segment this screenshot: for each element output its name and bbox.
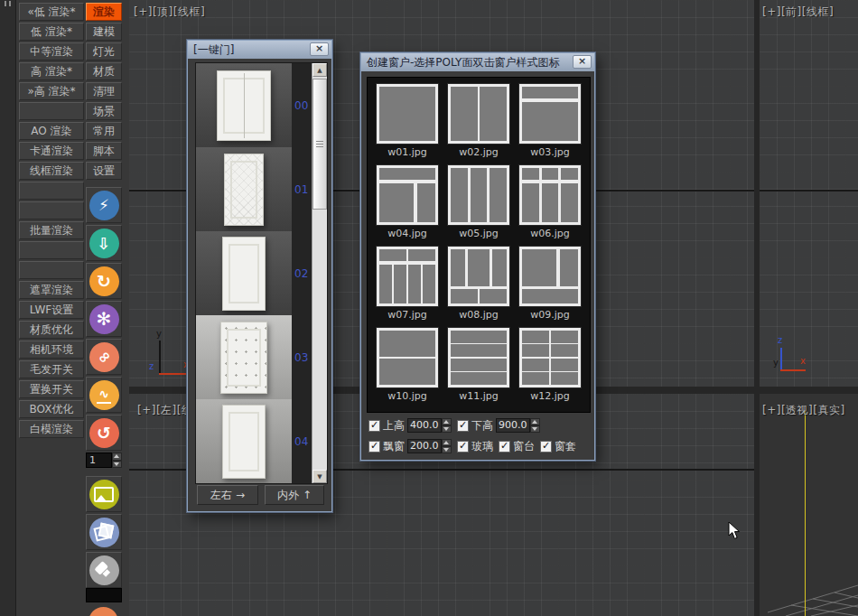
sidebar-tab[interactable]: 常用	[86, 122, 122, 140]
spinner-up-icon[interactable]	[442, 418, 452, 425]
scroll-up-icon[interactable]	[312, 63, 327, 77]
window-style-thumbnail[interactable]	[519, 328, 581, 387]
dock-grip[interactable]	[9, 1, 11, 6]
spinner-up-icon[interactable]	[530, 418, 540, 425]
door-list-item[interactable]: 00	[196, 63, 312, 147]
render-button[interactable]: 高 渲染*	[19, 62, 84, 80]
render-button[interactable]: 材质优化	[19, 321, 84, 339]
dialog-titlebar[interactable]: 创建窗户-选择POLY面双击窗户样式图标	[361, 53, 594, 71]
door-list-item[interactable]: 02	[196, 231, 312, 315]
checkbox[interactable]	[368, 420, 380, 432]
viewport-front[interactable]	[760, 0, 858, 387]
spinner-down-icon[interactable]	[442, 446, 452, 453]
value-spinner[interactable]: 400.0	[407, 418, 452, 433]
spinner-arrows[interactable]	[112, 453, 122, 468]
viewport-label-perspective[interactable]: [+][透视][真实]	[762, 403, 845, 418]
window-style-thumbnail[interactable]	[448, 84, 509, 144]
sync-button[interactable]	[86, 263, 122, 299]
window-style-thumbnail[interactable]	[519, 247, 581, 306]
door-thumbnail[interactable]	[196, 231, 292, 315]
render-button[interactable]: 批量渲染	[19, 221, 84, 239]
value-spinner[interactable]: 900.0	[496, 418, 540, 433]
checkbox[interactable]	[368, 441, 380, 453]
door-thumbnail[interactable]	[196, 147, 292, 231]
window-style-item[interactable]: w09.jpg	[518, 247, 583, 321]
reload-button[interactable]	[86, 415, 122, 451]
door-list-item[interactable]: 01	[196, 147, 312, 231]
spinner-up-icon[interactable]	[442, 439, 452, 446]
window-style-thumbnail[interactable]	[519, 165, 581, 225]
close-icon[interactable]	[573, 55, 592, 69]
render-button-empty[interactable]	[19, 201, 84, 219]
window-style-item[interactable]: w05.jpg	[446, 165, 511, 239]
sidebar-tab[interactable]: 灯光	[86, 42, 122, 61]
render-button[interactable]: 相机环境	[19, 341, 84, 359]
image-button[interactable]	[86, 476, 122, 512]
sidebar-tab[interactable]: 建模	[86, 23, 122, 41]
scrollbar-thumb[interactable]	[312, 79, 327, 210]
close-icon[interactable]	[310, 42, 329, 56]
spinner-arrows[interactable]	[442, 418, 452, 433]
render-button[interactable]: 白模渲染	[19, 420, 84, 438]
window-style-item[interactable]: w04.jpg	[375, 165, 440, 239]
render-button[interactable]: 线框渲染	[19, 162, 84, 180]
window-style-thumbnail[interactable]	[448, 328, 509, 387]
sidebar-tab[interactable]: 渲染	[86, 3, 122, 21]
window-style-thumbnail[interactable]	[377, 328, 438, 387]
window-style-item[interactable]: w11.jpg	[446, 328, 511, 402]
window-style-item[interactable]: w06.jpg	[518, 165, 583, 239]
spinner-down-icon[interactable]	[112, 461, 122, 469]
usb-button[interactable]	[86, 552, 122, 588]
window-style-thumbnail[interactable]	[448, 247, 509, 306]
render-button-empty[interactable]	[19, 102, 84, 120]
render-button-empty[interactable]	[19, 182, 84, 200]
render-button[interactable]: 低 渲染*	[19, 23, 84, 41]
scroll-down-icon[interactable]	[312, 470, 327, 483]
checkbox[interactable]	[499, 441, 510, 453]
viewport-splitter-vertical[interactable]	[754, 0, 760, 616]
door-list-scrollbar[interactable]	[312, 63, 327, 483]
render-button[interactable]: 卡通渲染	[19, 142, 84, 160]
checkbox[interactable]	[457, 441, 469, 453]
count-spinner[interactable]: 1	[86, 453, 122, 468]
render-button[interactable]: »高 渲染*	[19, 82, 84, 100]
spinner-up-icon[interactable]	[112, 453, 122, 461]
window-style-thumbnail[interactable]	[519, 84, 581, 144]
flip-left-right-button[interactable]: 左右 →	[197, 485, 258, 505]
value-spinner[interactable]: 200.0	[407, 439, 452, 453]
spinner-arrows[interactable]	[442, 439, 452, 453]
checkbox[interactable]	[540, 441, 552, 453]
checkbox[interactable]	[457, 420, 469, 432]
download-button[interactable]	[86, 225, 122, 261]
window-style-thumbnail[interactable]	[448, 165, 509, 225]
render-button-empty[interactable]	[19, 241, 84, 259]
window-style-item[interactable]: w12.jpg	[518, 328, 583, 402]
sidebar-tab[interactable]: 设置	[86, 162, 122, 180]
spinner-down-icon[interactable]	[442, 425, 452, 433]
spinner-value[interactable]: 400.0	[407, 418, 442, 433]
window-style-item[interactable]: w03.jpg	[518, 84, 583, 158]
render-button[interactable]: 中等渲染	[19, 42, 84, 61]
flip-in-out-button[interactable]: 内外 ↑	[265, 485, 324, 505]
window-style-item[interactable]: w08.jpg	[446, 247, 511, 321]
render-button[interactable]: 遮罩渲染	[19, 281, 84, 299]
spinner-arrows[interactable]	[530, 418, 540, 433]
door-list-item[interactable]: 04	[196, 399, 312, 483]
lightning-button[interactable]	[86, 187, 122, 223]
render-button[interactable]: AO 渲染	[19, 122, 84, 140]
door-list-item[interactable]: 03	[196, 315, 312, 399]
dialog-titlebar[interactable]: [一键门]	[188, 41, 331, 59]
spinner-value[interactable]: 900.0	[496, 418, 530, 433]
icon-button-partial[interactable]	[86, 605, 122, 616]
sidebar-tab[interactable]: 场景	[86, 102, 122, 120]
spinner-down-icon[interactable]	[530, 425, 540, 433]
spinner-value[interactable]: 200.0	[407, 439, 442, 453]
flower-button[interactable]	[86, 301, 122, 337]
render-button[interactable]: «低 渲染*	[19, 3, 84, 21]
door-thumbnail[interactable]	[196, 399, 292, 483]
link-button[interactable]	[86, 339, 122, 375]
render-button[interactable]: 毛发开关	[19, 360, 84, 378]
window-style-thumbnail[interactable]	[377, 247, 438, 306]
door-thumbnail[interactable]	[196, 315, 292, 399]
window-style-item[interactable]: w07.jpg	[375, 247, 440, 321]
